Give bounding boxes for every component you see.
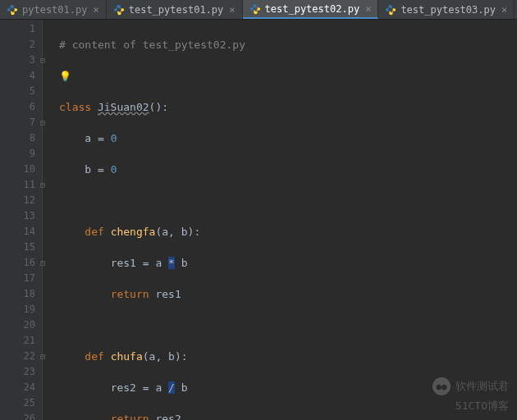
- line-number: 17: [0, 271, 35, 286]
- watermark-brand: 软件测试君: [455, 379, 509, 394]
- tab-pytest01[interactable]: pytest01.py ×: [0, 0, 107, 19]
- line-number: 19: [0, 302, 35, 317]
- close-icon[interactable]: ×: [93, 4, 98, 16]
- line-number: 20: [0, 317, 35, 333]
- close-icon[interactable]: ×: [501, 4, 507, 16]
- line-number: 16⊟: [0, 255, 35, 271]
- line-number: 13: [0, 208, 35, 224]
- bulb-icon[interactable]: 💡: [59, 71, 71, 82]
- wechat-icon: ●●: [432, 377, 451, 395]
- close-icon[interactable]: ×: [365, 3, 371, 15]
- tab-label: test_pytest02.py: [265, 3, 360, 15]
- line-number: 25: [0, 395, 35, 411]
- line-number: 21: [0, 333, 35, 349]
- line-number: 8: [0, 130, 35, 146]
- line-number: 2: [0, 37, 35, 52]
- tab-test-pytest01[interactable]: test_pytest01.py ×: [107, 0, 243, 19]
- line-number: 4: [0, 68, 35, 84]
- close-icon[interactable]: ×: [229, 4, 235, 16]
- tab-label: pytest01.py: [22, 4, 87, 16]
- line-number: 10: [0, 162, 35, 177]
- tab-test-pytest02[interactable]: test_pytest02.py ×: [243, 0, 379, 19]
- line-number: 1: [0, 21, 35, 37]
- watermark: ●● 软件测试君: [432, 377, 509, 395]
- line-number: 15: [0, 240, 35, 255]
- python-icon: [113, 4, 125, 16]
- python-icon: [249, 3, 261, 15]
- tab-label: test_pytest03.py: [400, 4, 496, 16]
- line-number: 22⊟: [0, 349, 35, 364]
- line-number: 12: [0, 193, 35, 208]
- tab-test-pytest03[interactable]: test_pytest03.py ×: [378, 0, 515, 19]
- line-number: 6: [0, 99, 35, 115]
- line-number: 9: [0, 146, 35, 162]
- line-number: 23: [0, 364, 35, 380]
- line-number: 14: [0, 224, 35, 240]
- editor-tabs: pytest01.py × test_pytest01.py × test_py…: [0, 0, 517, 20]
- watermark-cto: 51CTO博客: [455, 399, 509, 413]
- line-number: 11⊟: [0, 177, 35, 193]
- line-number: 18: [0, 286, 35, 302]
- python-icon: [7, 4, 18, 16]
- line-number: 3⊟: [0, 52, 35, 68]
- code-area[interactable]: # content of test_pytest02.py 💡 class Ji…: [43, 20, 517, 420]
- comment: # content of test_pytest02.py: [59, 39, 245, 51]
- code-editor: 1 2 3⊟ 4 5 6 7⊟ 8 9 10 11⊟ 12 13 14 15 1…: [0, 20, 517, 420]
- line-gutter: 1 2 3⊟ 4 5 6 7⊟ 8 9 10 11⊟ 12 13 14 15 1…: [0, 20, 43, 420]
- python-icon: [385, 4, 396, 16]
- line-number: 26: [0, 411, 35, 420]
- line-number: 7⊟: [0, 115, 35, 130]
- tab-label: test_pytest01.py: [129, 4, 224, 16]
- line-number: 24: [0, 380, 35, 395]
- line-number: 5: [0, 84, 35, 99]
